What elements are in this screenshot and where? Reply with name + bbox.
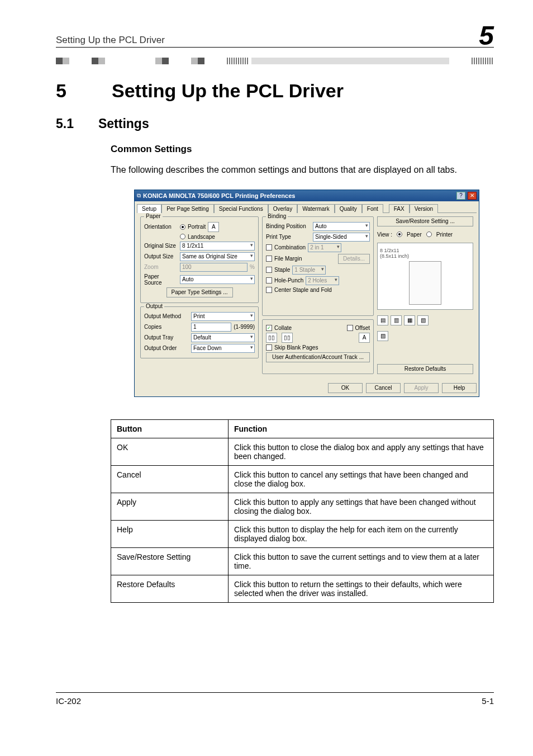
table-cell-button: Apply [111, 493, 229, 520]
chapter-number: 5 [56, 80, 78, 102]
skip-blank-label: Skip Blank Pages [274, 344, 318, 351]
hole-punch-combo: 2 Holes [306, 276, 339, 285]
table-row: Restore Defaults Click this button to re… [111, 575, 494, 602]
restore-defaults-button[interactable]: Restore Defaults [377, 364, 473, 374]
table-row: OK Click this button to close the dialog… [111, 438, 494, 465]
preview-size-1: 8 1/2x11 [380, 248, 409, 253]
copies-label: Copies [144, 324, 189, 330]
toolbar-icon-4[interactable]: ▧ [417, 315, 429, 325]
save-restore-button[interactable]: Save/Restore Setting ... [377, 216, 473, 226]
tab-special-functions[interactable]: Special Functions [214, 204, 268, 213]
chapter-title-text: Setting Up the PCL Driver [112, 80, 344, 102]
output-order-combo[interactable]: Face Down [191, 344, 255, 353]
button-function-table: Button Function OK Click this button to … [111, 419, 494, 603]
close-icon[interactable]: ✕ [468, 192, 477, 200]
footer-left: IC-202 [56, 696, 81, 706]
output-tray-label: Output Tray [144, 334, 189, 341]
dialog-title: KONICA MINOLTA 750/600 PCL Printing Pref… [143, 192, 454, 199]
table-cell-button: Help [111, 520, 229, 547]
table-row: Apply Click this button to apply any set… [111, 493, 494, 520]
output-group: Output Output Method Print Copies 1 (1-9… [140, 306, 259, 358]
staple-checkbox[interactable] [266, 267, 272, 273]
tab-watermark[interactable]: Watermark [297, 204, 335, 213]
view-printer-label: Printer [436, 231, 453, 238]
binding-group-label: Binding [266, 213, 288, 219]
print-type-combo[interactable]: Single-Sided [313, 233, 370, 242]
tab-setup[interactable]: Setup [137, 204, 161, 213]
output-tray-combo[interactable]: Default [191, 333, 255, 342]
landscape-label: Landscape [188, 234, 215, 240]
table-cell-function: Click this button to close the dialog bo… [229, 438, 494, 465]
output-size-combo[interactable]: Same as Original Size [180, 252, 255, 261]
printing-preferences-dialog: ⧉ KONICA MINOLTA 750/600 PCL Printing Pr… [134, 190, 479, 397]
hole-punch-checkbox[interactable] [266, 277, 272, 284]
combination-checkbox[interactable] [266, 244, 272, 251]
output-method-combo[interactable]: Print [191, 312, 255, 321]
offset-label: Offset [355, 325, 370, 331]
table-cell-function: Click this button to cancel any settings… [229, 465, 494, 493]
table-cell-button: Restore Defaults [111, 575, 229, 602]
subsection-title: Common Settings [111, 144, 494, 155]
landscape-radio[interactable] [180, 234, 185, 239]
combination-combo: 2 in 1 [308, 243, 341, 252]
binding-position-combo[interactable]: Auto [313, 222, 370, 231]
decorative-bar [56, 58, 494, 64]
copies-field[interactable]: 1 [191, 323, 231, 332]
skip-blank-checkbox[interactable] [266, 344, 272, 351]
page-footer: IC-202 5-1 [56, 692, 494, 706]
toolbar-icon-2[interactable]: ▥ [391, 315, 402, 325]
staple-combo: 1 Staple [292, 266, 326, 275]
collate-group: Collate Offset ▯▯ ▯▯ A [262, 319, 374, 374]
details-button: Details... [338, 254, 370, 264]
copies-range: (1-9999) [234, 324, 255, 330]
toolbar-icon-5[interactable]: ▨ [377, 331, 388, 341]
table-cell-button: OK [111, 438, 229, 465]
tab-per-page-setting[interactable]: Per Page Setting [161, 204, 214, 213]
file-margin-checkbox[interactable] [266, 256, 272, 262]
dialog-title-bar[interactable]: ⧉ KONICA MINOLTA 750/600 PCL Printing Pr… [135, 190, 479, 201]
tab-overlay[interactable]: Overlay [268, 204, 297, 213]
ok-button[interactable]: OK [328, 383, 363, 393]
portrait-label: Portrait [188, 224, 206, 230]
view-paper-radio[interactable] [397, 231, 402, 237]
collate-checkbox[interactable] [266, 325, 272, 331]
output-group-label: Output [144, 303, 164, 309]
collate-label: Collate [274, 325, 292, 331]
binding-group: Binding Binding Position Auto Print Type… [262, 216, 374, 316]
dialog-footer: OK Cancel Apply Help [135, 380, 479, 396]
table-cell-button: Cancel [111, 465, 229, 493]
table-row: Help Click this button to display the he… [111, 520, 494, 547]
tab-fax[interactable]: FAX [389, 204, 410, 213]
binding-position-label: Binding Position [266, 223, 311, 229]
user-auth-button[interactable]: User Authentication/Account Track ... [266, 352, 370, 362]
toolbar-icon-1[interactable]: ▤ [377, 315, 388, 325]
cancel-button[interactable]: Cancel [366, 383, 401, 393]
toolbar-icon-3[interactable]: ▦ [404, 315, 415, 325]
file-margin-label: File Margin [274, 256, 302, 262]
paper-source-combo[interactable]: Auto [180, 275, 255, 284]
tab-version[interactable]: Version [410, 204, 438, 213]
view-printer-radio[interactable] [426, 231, 432, 237]
portrait-radio[interactable] [180, 224, 185, 230]
running-header: Setting Up the PCL Driver 5 [56, 22, 494, 48]
orientation-icon[interactable]: A [208, 222, 219, 232]
hole-punch-label: Hole-Punch [274, 277, 303, 284]
paper-type-settings-button[interactable]: Paper Type Settings ... [166, 287, 233, 297]
combination-label: Combination [274, 244, 306, 251]
footer-right: 5-1 [482, 696, 494, 706]
table-header-button: Button [111, 419, 229, 438]
original-size-combo[interactable]: 8 1/2x11 [180, 242, 255, 251]
paper-source-label: Paper Source [144, 273, 178, 286]
tab-font[interactable]: Font [362, 204, 383, 213]
tab-quality[interactable]: Quality [335, 204, 362, 213]
offset-checkbox[interactable] [347, 325, 353, 331]
center-staple-checkbox[interactable] [266, 287, 272, 293]
table-cell-function: Click this button to save the current se… [229, 547, 494, 575]
preview-size-2: (8.5x11 inch) [380, 253, 409, 259]
help-icon[interactable]: ? [456, 192, 465, 200]
preview-area: 8 1/2x11 (8.5x11 inch) [377, 243, 473, 310]
app-icon: ⧉ [137, 192, 141, 199]
output-size-label: Output Size [144, 253, 178, 259]
help-button[interactable]: Help [442, 383, 477, 393]
output-order-label: Output Order [144, 345, 189, 351]
